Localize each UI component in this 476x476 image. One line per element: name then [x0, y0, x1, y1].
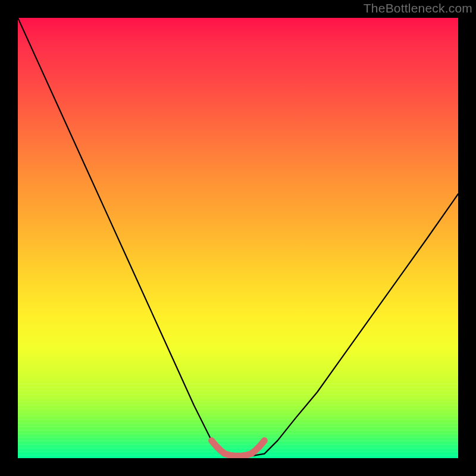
chart-frame: TheBottleneck.com: [0, 0, 476, 476]
watermark-text: TheBottleneck.com: [364, 1, 472, 15]
optimal-zone-marker: [212, 440, 265, 456]
plot-area: [18, 18, 458, 458]
curve-layer: [18, 18, 458, 458]
bottleneck-curve: [18, 18, 458, 456]
